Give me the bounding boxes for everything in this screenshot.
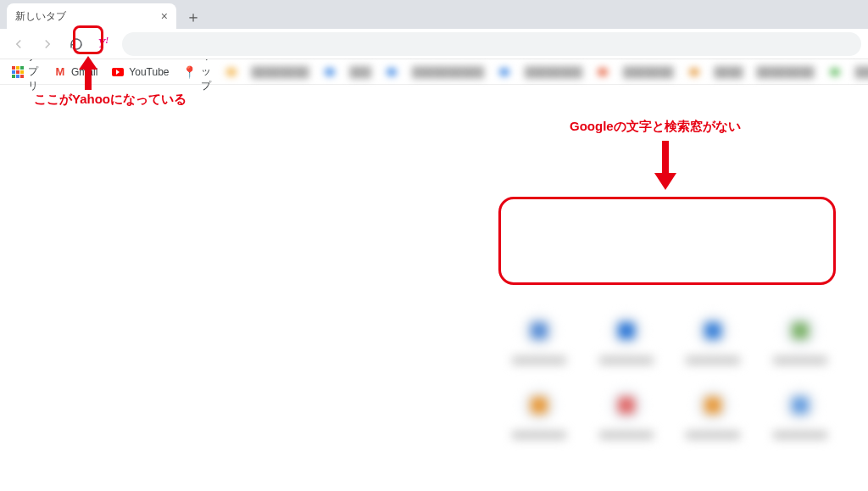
shortcut-tile[interactable] — [761, 314, 840, 365]
back-button[interactable] — [7, 32, 31, 56]
shortcut-tile[interactable] — [500, 388, 579, 439]
toolbar: Y! — [0, 29, 868, 59]
shortcut-tile[interactable] — [587, 314, 666, 365]
annotation-arrow-down — [654, 141, 676, 190]
shortcut-tile[interactable] — [674, 314, 753, 365]
reload-button[interactable] — [64, 32, 88, 56]
maps-icon: 📍 — [183, 65, 197, 79]
new-tab-button[interactable]: ＋ — [181, 5, 205, 29]
apps-icon — [12, 65, 24, 79]
tab-title: 新しいタブ — [15, 9, 161, 24]
gmail-icon: M — [53, 65, 67, 79]
browser-tab[interactable]: 新しいタブ × — [7, 3, 176, 29]
annotation-text-yahoo: ここがYahooになっている — [34, 92, 186, 108]
shortcut-tile[interactable] — [674, 388, 753, 439]
ntp-shortcuts — [500, 314, 839, 439]
annotation-highlight-missing-search — [498, 197, 836, 285]
forward-button[interactable] — [36, 32, 59, 56]
tab-strip: 新しいタブ × ＋ — [0, 0, 868, 29]
bookmarks-bar: アプリ M Gmail YouTube 📍 マップ ████████ ███ █… — [0, 59, 868, 85]
address-bar[interactable] — [122, 32, 861, 56]
search-engine-icon[interactable]: Y! — [93, 34, 114, 54]
bookmark-label: YouTube — [129, 66, 169, 78]
shortcut-tile[interactable] — [587, 388, 666, 439]
annotation-text-missing-google: Googleの文字と検索窓がない — [570, 119, 741, 135]
youtube-icon — [111, 65, 125, 79]
close-icon[interactable]: × — [161, 9, 168, 23]
shortcut-tile[interactable] — [500, 314, 579, 365]
annotation-arrow-up — [79, 56, 97, 90]
bookmark-youtube[interactable]: YouTube — [106, 64, 174, 81]
shortcut-tile[interactable] — [761, 388, 840, 439]
